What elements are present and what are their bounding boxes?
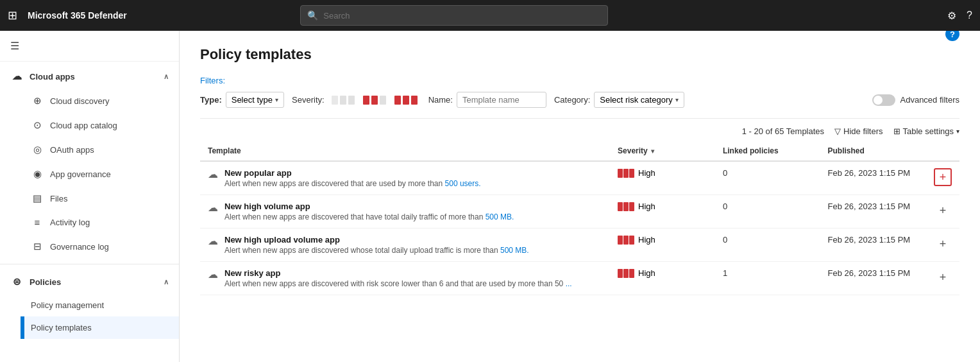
sev-bar-3-3 [629,269,634,278]
settings-icon[interactable]: ⚙ [947,10,956,22]
sev-bars-0 [618,169,634,178]
sev-bar-3-1 [629,202,634,211]
search-input[interactable] [323,11,601,21]
template-name-2: New high upload volume app [224,235,529,245]
help-button[interactable]: ? [945,31,959,41]
col-header-action [926,141,959,161]
sidebar-label-policy-templates: Policy templates [31,323,92,332]
name-input[interactable] [457,92,546,108]
table-settings-button[interactable]: ⊞ Table settings ▾ [893,126,960,136]
table-header: Template Severity ▾ Linked policies Publ… [200,141,959,161]
category-select[interactable]: Select risk category ▾ [594,92,684,108]
advanced-filters-toggle[interactable] [872,94,895,106]
sev-rect-high-1 [394,96,401,105]
hide-filters-button[interactable]: ▽ Hide filters [834,126,883,136]
severity-cell-2: High [610,228,715,262]
sev-rect-low-2 [340,96,346,105]
search-icon: 🔍 [307,10,318,21]
activity-icon: ≡ [31,217,44,228]
sev-bar-2-0 [623,169,629,178]
published-cell-0: Feb 26, 2023 1:15 PM [820,161,926,195]
top-navigation: ⊞ Microsoft 365 Defender 🔍 ⚙ ? [0,0,980,31]
template-name-1: New high volume app [224,202,514,211]
template-icon-2: ☁ [208,235,218,247]
sidebar-item-cloud-app-catalog[interactable]: ⊙ Cloud app catalog [21,113,179,137]
table-count: 1 - 20 of 65 Templates [742,126,824,136]
sev-rect-high-3 [411,96,418,105]
cloud-icon: ☁ [10,71,23,82]
sev-rect-high-2 [403,96,409,105]
template-desc-link-0[interactable]: 500 users. [445,179,481,188]
severity-high-swatch[interactable] [391,94,421,107]
severity-cell-1: High [610,195,715,228]
sidebar-item-activity-log[interactable]: ≡ Activity log [21,211,179,234]
template-text-3: New risky app Alert when new apps are di… [224,268,572,288]
type-select[interactable]: Select type ▾ [226,92,284,108]
linked-cell-3: 1 [715,262,820,295]
sidebar-section-cloud: ☁ Cloud apps ∧ ⊕ Cloud discovery ⊙ Cloud… [0,62,179,261]
sidebar-item-oauth-apps[interactable]: ◎ OAuth apps [21,137,179,162]
oauth-icon: ◎ [31,144,44,155]
search-bar[interactable]: 🔍 [300,5,608,26]
category-filter-group: Category: Select risk category ▾ [554,92,684,108]
severity-label-1: High [638,202,655,211]
published-cell-1: Feb 26, 2023 1:15 PM [820,195,926,228]
add-button-3[interactable]: + [934,268,952,286]
template-desc-link-1[interactable]: 500 MB. [486,212,514,221]
header-row: Template Severity ▾ Linked policies Publ… [200,141,959,161]
policy-table: Template Severity ▾ Linked policies Publ… [200,141,959,295]
template-desc-link-3[interactable]: ... [566,279,572,288]
hamburger-button[interactable]: ☰ [0,31,179,62]
col-header-template: Template [200,141,610,161]
sidebar-label-cloud-app-catalog: Cloud app catalog [50,121,117,130]
sidebar-item-files[interactable]: ▤ Files [21,186,179,211]
col-header-severity[interactable]: Severity ▾ [610,141,715,161]
severity-label-2: High [638,235,655,245]
table-row: ☁ New high upload volume app Alert when … [200,228,959,262]
help-icon[interactable]: ? [967,10,972,21]
severity-med-swatch[interactable] [360,94,389,107]
sev-rect-low-1 [332,96,338,105]
sidebar-item-policies[interactable]: ⊜ Policies ∧ [0,270,179,294]
table-row: ☁ New popular app Alert when new apps ar… [200,161,959,195]
template-desc-3: Alert when new apps are discovered with … [224,279,572,288]
template-cell-inner: ☁ New risky app Alert when new apps are … [208,268,602,288]
table-body: ☁ New popular app Alert when new apps ar… [200,161,959,295]
sort-arrow-severity: ▾ [651,148,654,155]
governance-icon: ◉ [31,168,44,180]
severity-cell-0: High [610,161,715,195]
table-row: ☁ New high volume app Alert when new app… [200,195,959,228]
action-cell-0: + [926,161,959,195]
add-button-1[interactable]: + [934,202,952,220]
sidebar-label-oauth-apps: OAuth apps [50,145,94,155]
page-header: Policy templates ? [200,46,959,76]
severity-label: Severity: [292,95,325,105]
severity-icons [328,94,421,107]
add-button-2[interactable]: + [934,235,952,253]
type-filter-group: Type: Select type ▾ [200,92,284,108]
template-cell-inner: ☁ New popular app Alert when new apps ar… [208,168,602,188]
sev-bar-1-2 [618,236,623,245]
sev-rect-med-1 [363,96,369,105]
sidebar-label-policy-management: Policy management [31,300,104,310]
grid-icon[interactable]: ⊞ [8,8,17,22]
severity-indicator-0: High [618,168,707,178]
published-cell-3: Feb 26, 2023 1:15 PM [820,262,926,295]
action-cell-3: + [926,262,959,295]
action-cell-2: + [926,228,959,262]
linked-cell-2: 0 [715,228,820,262]
sidebar-item-cloud-discovery[interactable]: ⊕ Cloud discovery [21,89,179,113]
table-settings-label: Table settings [903,126,954,136]
sev-bars-1 [618,202,634,211]
sidebar-item-app-governance[interactable]: ◉ App governance [21,162,179,186]
filters-label: Filters: [200,76,959,85]
sidebar-item-cloud-apps[interactable]: ☁ Cloud apps ∧ [0,64,179,89]
sidebar-label-app-governance: App governance [50,169,111,179]
sidebar-item-policy-management[interactable]: Policy management [21,294,179,316]
template-desc-link-2[interactable]: 500 MB. [500,246,529,255]
sidebar-item-governance-log[interactable]: ⊟ Governance log [21,234,179,259]
severity-low-swatch[interactable] [328,94,358,107]
filter-funnel-icon: ▽ [834,126,841,136]
add-highlighted-button-0[interactable]: + [934,168,952,186]
sidebar-item-policy-templates[interactable]: Policy templates [21,316,179,339]
